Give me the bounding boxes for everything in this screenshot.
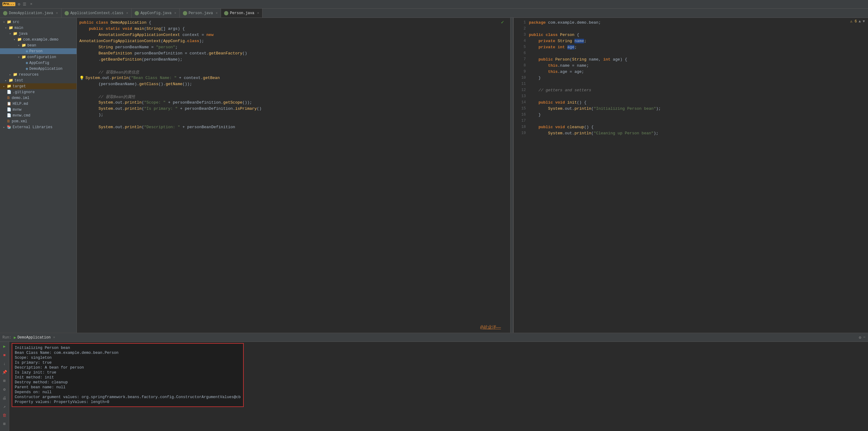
run-minimize-icon[interactable]: − [863,335,866,340]
gutter [510,18,513,333]
console-line-3: Scope: singleton [15,356,241,360]
warning-count: ⚠ 6 [850,19,857,24]
console-sidebar: ▶ ■ ↓ 📌 ⊞ ⚙ 🖨 ↗ 🗑 ⊞ [0,342,9,431]
console-line-10: Depends on: null [15,390,241,395]
run-play-icon: ▶ [14,335,16,340]
sidebar-item-java[interactable]: ▾📁java [0,31,76,37]
bottom-panel: Run: ▶ DemoApplication × ⚙ − ▶ ■ ↓ 📌 ⊞ ⚙… [0,333,868,431]
sidebar-item-pom-xml[interactable]: 🗎pom.xml [0,118,76,124]
tab-label-app-context: ApplicationContext.class [70,11,124,16]
right-code-pane[interactable]: ⚠ 6 ▲ ▼ 1 package com.example.demo.bean;… [513,18,868,333]
console-line-4: Is primary: true [15,360,241,365]
console-line-12: Property values: PropertyValues: length=… [15,400,241,405]
tab-label-person2: Person.java [230,11,254,16]
settings-icon[interactable]: ⚙ [18,2,20,7]
run-settings-icon[interactable]: ⚙ [859,335,861,340]
tab-icon-person1 [183,11,187,16]
sidebar-item-configuration[interactable]: ▾📁configuration [0,54,76,60]
sidebar-item-help-md[interactable]: 📋HELP.md [0,101,76,107]
sidebar-item-external-libraries[interactable]: ▸📚External Libraries [0,124,76,130]
run-app-name: DemoApplication [18,335,51,340]
top-bar: Pro... ⚙ ☰ × [0,0,868,9]
tab-person1[interactable]: Person.java × [180,9,221,18]
sidebar-item-person[interactable]: ◉Person [0,48,76,54]
sidebar-item-demoapplication[interactable]: ◉DemoApplication [0,66,76,72]
left-code-pane[interactable]: ✓ public class DemoApplication { public … [77,18,510,333]
run-label: Run: [2,335,11,340]
console-line-8: Destroy method: cleanup [15,380,241,385]
checkmark: ✓ [501,19,504,25]
tab-person2[interactable]: Person.java × [221,9,262,18]
console-line-9: Parent bean name: null [15,385,241,390]
run-tab-close[interactable]: × [53,336,55,339]
settings-console-button[interactable]: ⚙ [1,386,8,393]
sidebar-item-bean[interactable]: ▾📁bean [0,42,76,48]
sidebar-item-main[interactable]: ▾📁main [0,25,76,31]
scroll-down-button[interactable]: ↓ [1,360,8,367]
console-line-1: Initializing Person bean [15,345,241,350]
project-icon: Pro... [2,2,16,6]
sidebar-item-appconfig[interactable]: ◉AppConfig [0,60,76,66]
sidebar-item-mvnw[interactable]: 📄mvnw [0,107,76,113]
sidebar-item-com-example-demo[interactable]: ▾📁com.example.demo [0,37,76,42]
tab-label-person1: Person.java [189,11,213,16]
tab-icon-demo-app [3,11,7,16]
sidebar-item-mvnw-cmd[interactable]: 📄mvnw.cmd [0,113,76,118]
restart-button[interactable]: ▶ [1,343,8,350]
print-button[interactable]: 🖨 [1,395,8,401]
tab-demo-app[interactable]: DemoApplication.java × [0,9,61,18]
warning-nav-down[interactable]: ▼ [863,19,865,24]
run-tab-bar: Run: ▶ DemoApplication × ⚙ − [0,333,868,342]
run-tab-demo-application[interactable]: ▶ DemoApplication × [14,335,55,340]
console-line-2: Bean Class Name: com.example.demo.bean.P… [15,350,241,356]
tab-label-app-config: AppConfig.java [141,11,172,16]
console-output[interactable]: Initializing Person bean Bean Class Name… [9,342,868,431]
console-line-11: Constructor argument values: org.springf… [15,395,241,400]
tab-icon-app-config [135,11,139,16]
warning-nav-up[interactable]: ▲ [859,19,861,24]
tab-icon-person2 [224,11,228,16]
share-button[interactable]: ↗ [1,403,8,410]
tab-bar: DemoApplication.java × ApplicationContex… [0,9,868,18]
sidebar-item-demo-iml[interactable]: 🗎demo.iml [0,95,76,101]
sidebar-item-gitignore[interactable]: 📄.gitignore [0,89,76,95]
close-icon[interactable]: × [30,2,33,6]
run-settings-area: ⚙ − [859,335,866,340]
tab-app-config[interactable]: AppConfig.java × [131,9,180,18]
sidebar-item-resources[interactable]: ▸📁resources [0,72,76,78]
tab-close-app-context[interactable]: × [126,11,128,15]
folding-button[interactable]: ⊞ [1,377,8,384]
tab-close-person1[interactable]: × [216,11,218,15]
console-line-7: Init method: init [15,375,241,380]
sidebar-item-test[interactable]: ▸📁test [0,78,76,83]
sidebar-item-src[interactable]: ▾📁src [0,19,76,25]
sidebar: ▾📁src ▾📁main ▾📁java ▾📁com.example.demo ▾… [0,18,77,333]
pin-button[interactable]: 📌 [1,369,8,376]
tab-app-context[interactable]: ApplicationContext.class × [61,9,131,18]
main-area: ▾📁src ▾📁main ▾📁java ▾📁com.example.demo ▾… [0,18,868,333]
watermark: @砖业洋—— [480,325,501,330]
console-line-6: Is lazy init: true [15,370,241,375]
tab-close-demo-app[interactable]: × [56,11,58,15]
delete-button[interactable]: 🗑 [1,412,8,419]
tab-close-app-config[interactable]: × [174,11,177,15]
grid-button[interactable]: ⊞ [1,421,8,427]
tab-close-person2[interactable]: × [257,11,259,15]
console-line-5: Description: A bean for person [15,365,241,370]
tab-label-demo-app: DemoApplication.java [9,11,53,16]
stop-button[interactable]: ■ [1,352,8,359]
editor-area: ✓ public class DemoApplication { public … [77,18,868,333]
sidebar-item-target[interactable]: ▸📁target [0,83,76,89]
structure-icon[interactable]: ☰ [23,2,26,7]
console-area: ▶ ■ ↓ 📌 ⊞ ⚙ 🖨 ↗ 🗑 ⊞ Initializing Person … [0,342,868,431]
tab-icon-app-context [65,11,69,16]
